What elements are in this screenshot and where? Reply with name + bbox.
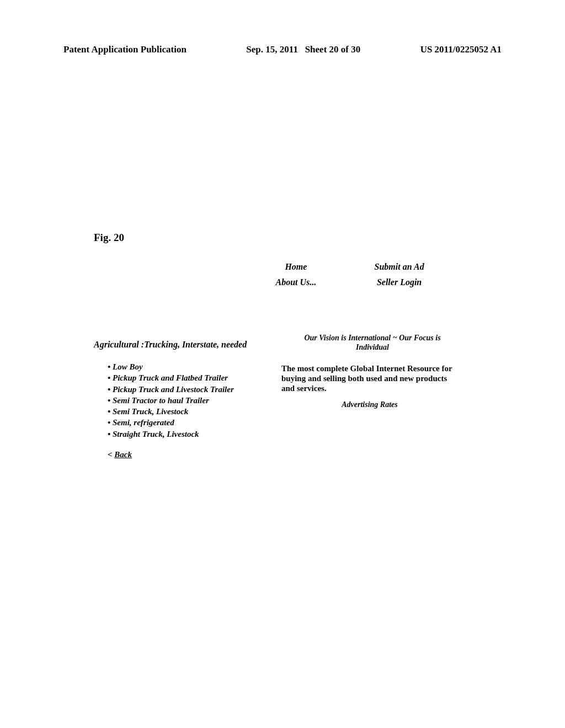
page-header: Patent Application Publication Sep. 15, …: [63, 44, 502, 55]
header-publication-label: Patent Application Publication: [63, 44, 186, 55]
list-item[interactable]: Pickup Truck and Livestock Trailer: [108, 384, 234, 395]
nav-about-us[interactable]: About Us...: [248, 277, 344, 287]
list-item[interactable]: Semi Tractor to haul Trailer: [108, 395, 234, 406]
category-list: Low Boy Pickup Truck and Flatbed Trailer…: [108, 361, 234, 440]
header-date-sheet: Sep. 15, 2011 Sheet 20 of 30: [246, 44, 360, 55]
nav-row-1: Home Submit an Ad: [248, 262, 447, 272]
advertising-rates-link[interactable]: Advertising Rates: [281, 400, 458, 409]
nav-home[interactable]: Home: [248, 262, 344, 272]
back-link[interactable]: < Back: [108, 450, 132, 459]
list-item[interactable]: Semi, refrigerated: [108, 417, 234, 428]
nav-row-2: About Us... Seller Login: [248, 277, 447, 287]
header-publication-number: US 2011/0225052 A1: [420, 44, 502, 55]
figure-label: Fig. 20: [94, 232, 124, 244]
nav-seller-login[interactable]: Seller Login: [351, 277, 447, 287]
list-item[interactable]: Low Boy: [108, 361, 234, 372]
list-item[interactable]: Semi Truck, Livestock: [108, 406, 234, 417]
list-item[interactable]: Straight Truck, Livestock: [108, 429, 234, 440]
tagline: Our Vision is International ~ Our Focus …: [287, 334, 458, 352]
back-label: Back: [114, 450, 132, 459]
back-prefix: <: [108, 450, 114, 459]
top-nav: Home Submit an Ad About Us... Seller Log…: [248, 262, 447, 293]
category-heading: Agricultural :Trucking, Interstate, need…: [94, 340, 247, 350]
nav-submit-ad[interactable]: Submit an Ad: [351, 262, 447, 272]
site-description: The most complete Global Internet Resour…: [281, 363, 458, 393]
list-item[interactable]: Pickup Truck and Flatbed Trailer: [108, 372, 234, 383]
